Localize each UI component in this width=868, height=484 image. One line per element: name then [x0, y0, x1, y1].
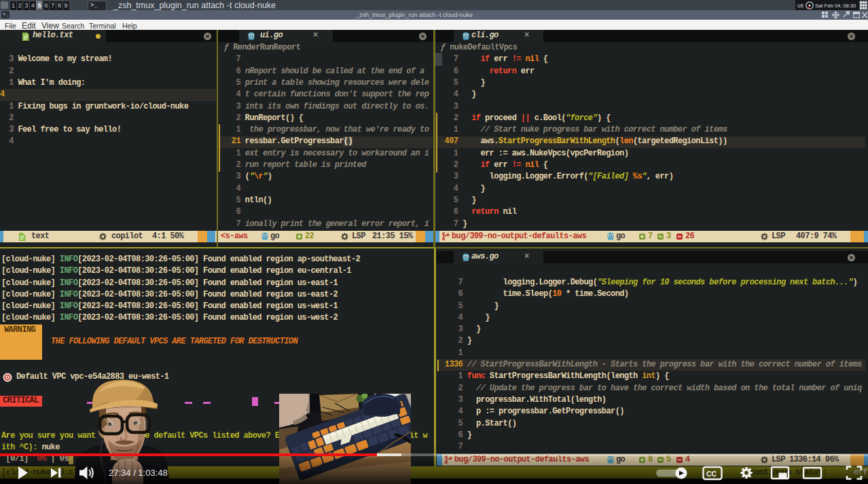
svg-text:CC: CC — [706, 470, 717, 478]
